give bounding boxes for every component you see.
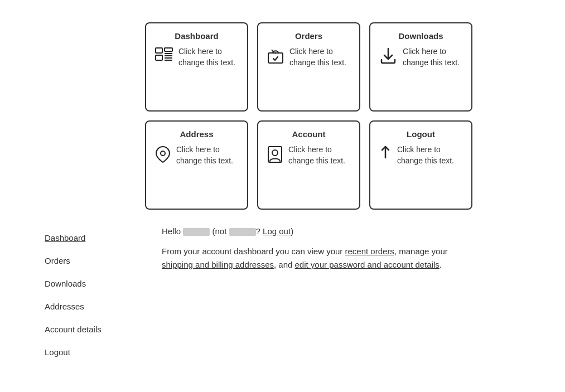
addresses-link[interactable]: shipping and billing addresses bbox=[162, 260, 274, 269]
widget-logout[interactable]: Logout Click here to change this text. bbox=[369, 120, 472, 210]
recent-orders-link[interactable]: recent orders bbox=[345, 246, 394, 256]
username2-redacted bbox=[229, 226, 256, 236]
widget-account-title: Account bbox=[292, 129, 326, 139]
widget-account-text: Click here to change this text. bbox=[288, 144, 350, 166]
svg-rect-1 bbox=[156, 55, 162, 60]
logout-icon bbox=[379, 146, 392, 167]
widget-orders-title: Orders bbox=[295, 31, 322, 41]
widget-downloads-body: Click here to change this text. bbox=[379, 46, 462, 68]
sidebar-item-logout[interactable]: Logout bbox=[45, 341, 128, 364]
address-icon bbox=[155, 146, 171, 167]
widget-grid: Dashboard Click here to change this text… bbox=[145, 22, 472, 210]
hello-question: ? bbox=[256, 226, 263, 236]
svg-rect-0 bbox=[156, 48, 162, 53]
logout-link[interactable]: Log out bbox=[263, 226, 291, 236]
sidebar-item-orders[interactable]: Orders bbox=[45, 249, 128, 272]
orders-icon bbox=[267, 47, 284, 68]
account-details-link[interactable]: edit your password and account details bbox=[295, 260, 440, 269]
widget-dashboard-title: Dashboard bbox=[175, 31, 218, 41]
downloads-icon bbox=[379, 47, 397, 68]
dashboard-icon bbox=[155, 47, 173, 67]
sidebar-nav: Dashboard Orders Downloads Addresses Acc… bbox=[45, 226, 128, 364]
widget-dashboard-text: Click here to change this text. bbox=[178, 46, 238, 68]
main-content: Hello (not ? Log out) From your account … bbox=[162, 226, 474, 364]
dashboard-text-1: From your account dashboard you can view… bbox=[162, 246, 345, 256]
widget-address[interactable]: Address Click here to change this text. bbox=[145, 120, 248, 210]
dashboard-text-4: . bbox=[440, 260, 442, 269]
svg-point-10 bbox=[161, 151, 165, 156]
svg-rect-7 bbox=[268, 53, 283, 63]
dashboard-text-2: , manage your bbox=[394, 246, 448, 256]
widget-downloads-title: Downloads bbox=[398, 31, 443, 41]
widget-address-text: Click here to change this text. bbox=[176, 144, 238, 166]
widget-logout-text: Click here to change this text. bbox=[397, 144, 462, 166]
widget-orders[interactable]: Orders Click here to change this text. bbox=[257, 22, 360, 112]
widget-logout-title: Logout bbox=[407, 129, 435, 139]
widget-dashboard[interactable]: Dashboard Click here to change this text… bbox=[145, 22, 248, 112]
svg-rect-2 bbox=[165, 48, 172, 51]
widget-dashboard-body: Click here to change this text. bbox=[155, 46, 238, 68]
widget-address-title: Address bbox=[180, 129, 213, 139]
widget-account-body: Click here to change this text. bbox=[267, 144, 350, 167]
widget-orders-body: Click here to change this text. bbox=[267, 46, 350, 68]
widget-downloads[interactable]: Downloads Click here to change this text… bbox=[369, 22, 472, 112]
svg-point-12 bbox=[272, 150, 278, 156]
dashboard-description: From your account dashboard you can view… bbox=[162, 245, 474, 272]
hello-end: ) bbox=[291, 226, 293, 236]
hello-prefix: Hello bbox=[162, 226, 181, 236]
sidebar-item-account-details[interactable]: Account details bbox=[45, 318, 128, 341]
widget-address-body: Click here to change this text. bbox=[155, 144, 238, 167]
username-redacted bbox=[183, 226, 212, 236]
svg-point-8 bbox=[275, 52, 277, 54]
widget-account[interactable]: Account Click here to change this text. bbox=[257, 120, 360, 210]
hello-line: Hello (not ? Log out) bbox=[162, 226, 474, 236]
widget-downloads-text: Click here to change this text. bbox=[403, 46, 462, 68]
account-section: Dashboard Orders Downloads Addresses Acc… bbox=[45, 226, 543, 364]
widget-orders-text: Click here to change this text. bbox=[289, 46, 350, 68]
sidebar-item-addresses[interactable]: Addresses bbox=[45, 295, 128, 318]
widget-logout-body: Click here to change this text. bbox=[379, 144, 462, 167]
sidebar-item-dashboard[interactable]: Dashboard bbox=[45, 226, 128, 249]
account-icon bbox=[267, 146, 283, 167]
dashboard-text-3: , and bbox=[274, 260, 295, 269]
hello-suffix: (not bbox=[213, 226, 227, 236]
sidebar-item-downloads[interactable]: Downloads bbox=[45, 272, 128, 295]
